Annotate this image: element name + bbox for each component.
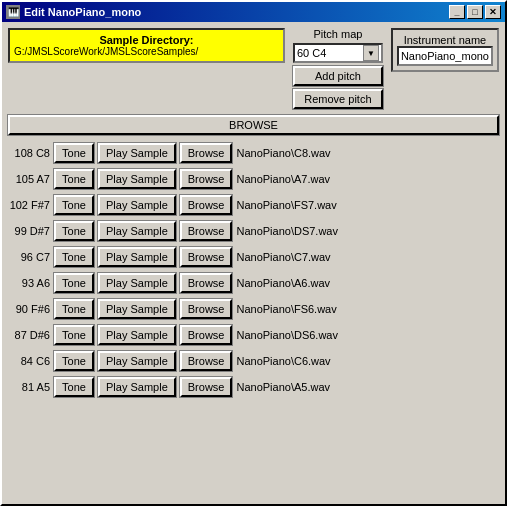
tone-button[interactable]: Tone	[54, 273, 94, 293]
tone-button[interactable]: Tone	[54, 247, 94, 267]
main-window: 🎹 Edit NanoPiano_mono _ □ ✕ Sample Direc…	[0, 0, 507, 506]
browse-sample-button[interactable]: Browse	[180, 247, 233, 267]
pitch-map-dropdown[interactable]: 60 C4 ▼	[293, 43, 383, 63]
sample-row: 81 A5TonePlay SampleBrowseNanoPiano\A5.w…	[8, 375, 499, 399]
sample-directory-label: Sample Directory:	[14, 34, 279, 46]
browse-sample-button[interactable]: Browse	[180, 221, 233, 241]
instrument-name-label: Instrument name	[397, 34, 493, 46]
dropdown-arrow-icon: ▼	[363, 45, 379, 61]
browse-sample-button[interactable]: Browse	[180, 299, 233, 319]
sample-row: 96 C7TonePlay SampleBrowseNanoPiano\C7.w…	[8, 245, 499, 269]
browse-sample-button[interactable]: Browse	[180, 169, 233, 189]
sample-directory-box: Sample Directory: G:/JMSLScoreWork/JMSLS…	[8, 28, 285, 63]
tone-button[interactable]: Tone	[54, 377, 94, 397]
window-title: Edit NanoPiano_mono	[24, 6, 449, 18]
tone-button[interactable]: Tone	[54, 325, 94, 345]
title-bar-buttons: _ □ ✕	[449, 5, 501, 19]
instrument-name-field[interactable]: NanoPiano_mono	[397, 46, 493, 66]
close-button[interactable]: ✕	[485, 5, 501, 19]
play-sample-button[interactable]: Play Sample	[98, 325, 176, 345]
pitch-note: 102 F#7	[8, 199, 50, 211]
title-bar: 🎹 Edit NanoPiano_mono _ □ ✕	[2, 2, 505, 22]
wav-path: NanoPiano\FS7.wav	[236, 199, 499, 211]
pitch-section: Pitch map 60 C4 ▼ Add pitch Remove pitch	[293, 28, 383, 109]
wav-path: NanoPiano\C8.wav	[236, 147, 499, 159]
wav-path: NanoPiano\DS7.wav	[236, 225, 499, 237]
play-sample-button[interactable]: Play Sample	[98, 351, 176, 371]
sample-row: 93 A6TonePlay SampleBrowseNanoPiano\A6.w…	[8, 271, 499, 295]
wav-path: NanoPiano\C6.wav	[236, 355, 499, 367]
maximize-button[interactable]: □	[467, 5, 483, 19]
sample-row: 108 C8TonePlay SampleBrowseNanoPiano\C8.…	[8, 141, 499, 165]
pitch-map-label: Pitch map	[293, 28, 383, 40]
sample-row: 87 D#6TonePlay SampleBrowseNanoPiano\DS6…	[8, 323, 499, 347]
pitch-note: 84 C6	[8, 355, 50, 367]
browse-sample-button[interactable]: Browse	[180, 325, 233, 345]
wav-path: NanoPiano\A6.wav	[236, 277, 499, 289]
samples-list: 108 C8TonePlay SampleBrowseNanoPiano\C8.…	[8, 141, 499, 498]
window-content: Sample Directory: G:/JMSLScoreWork/JMSLS…	[2, 22, 505, 504]
pitch-note: 108 C8	[8, 147, 50, 159]
tone-button[interactable]: Tone	[54, 169, 94, 189]
play-sample-button[interactable]: Play Sample	[98, 195, 176, 215]
play-sample-button[interactable]: Play Sample	[98, 221, 176, 241]
tone-button[interactable]: Tone	[54, 143, 94, 163]
pitch-note: 90 F#6	[8, 303, 50, 315]
tone-button[interactable]: Tone	[54, 195, 94, 215]
pitch-note: 93 A6	[8, 277, 50, 289]
wav-path: NanoPiano\C7.wav	[236, 251, 499, 263]
sample-row: 99 D#7TonePlay SampleBrowseNanoPiano\DS7…	[8, 219, 499, 243]
pitch-note: 87 D#6	[8, 329, 50, 341]
tone-button[interactable]: Tone	[54, 299, 94, 319]
sample-row: 90 F#6TonePlay SampleBrowseNanoPiano\FS6…	[8, 297, 499, 321]
browse-sample-button[interactable]: Browse	[180, 351, 233, 371]
pitch-note: 96 C7	[8, 251, 50, 263]
browse-main-section: BROWSE	[8, 115, 499, 135]
pitch-map-value: 60 C4	[297, 47, 363, 59]
remove-pitch-button[interactable]: Remove pitch	[293, 89, 383, 109]
sample-row: 84 C6TonePlay SampleBrowseNanoPiano\C6.w…	[8, 349, 499, 373]
play-sample-button[interactable]: Play Sample	[98, 169, 176, 189]
sample-row: 105 A7TonePlay SampleBrowseNanoPiano\A7.…	[8, 167, 499, 191]
browse-main-button[interactable]: BROWSE	[8, 115, 499, 135]
instrument-name-box: Instrument name NanoPiano_mono	[391, 28, 499, 72]
play-sample-button[interactable]: Play Sample	[98, 247, 176, 267]
browse-sample-button[interactable]: Browse	[180, 143, 233, 163]
pitch-note: 99 D#7	[8, 225, 50, 237]
sample-row: 102 F#7TonePlay SampleBrowseNanoPiano\FS…	[8, 193, 499, 217]
play-sample-button[interactable]: Play Sample	[98, 273, 176, 293]
pitch-note: 105 A7	[8, 173, 50, 185]
play-sample-button[interactable]: Play Sample	[98, 299, 176, 319]
browse-sample-button[interactable]: Browse	[180, 377, 233, 397]
wav-path: NanoPiano\A5.wav	[236, 381, 499, 393]
pitch-note: 81 A5	[8, 381, 50, 393]
add-pitch-button[interactable]: Add pitch	[293, 66, 383, 86]
minimize-button[interactable]: _	[449, 5, 465, 19]
wav-path: NanoPiano\A7.wav	[236, 173, 499, 185]
browse-sample-button[interactable]: Browse	[180, 273, 233, 293]
browse-sample-button[interactable]: Browse	[180, 195, 233, 215]
wav-path: NanoPiano\FS6.wav	[236, 303, 499, 315]
top-section: Sample Directory: G:/JMSLScoreWork/JMSLS…	[8, 28, 499, 109]
play-sample-button[interactable]: Play Sample	[98, 377, 176, 397]
play-sample-button[interactable]: Play Sample	[98, 143, 176, 163]
tone-button[interactable]: Tone	[54, 351, 94, 371]
window-icon: 🎹	[6, 5, 20, 19]
wav-path: NanoPiano\DS6.wav	[236, 329, 499, 341]
sample-directory-path: G:/JMSLScoreWork/JMSLScoreSamples/	[14, 46, 279, 57]
tone-button[interactable]: Tone	[54, 221, 94, 241]
